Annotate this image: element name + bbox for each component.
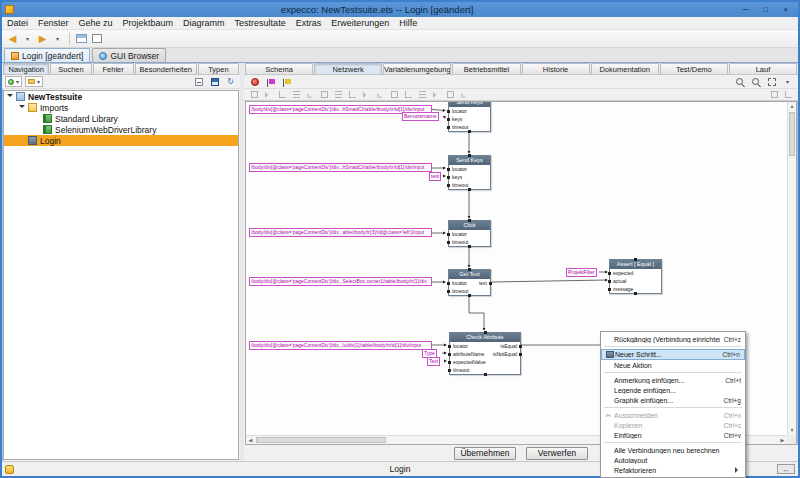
layers-icon[interactable] — [768, 90, 780, 100]
tree-item-newtestsuite[interactable]: NewTestsuite — [4, 91, 238, 102]
tab-navigation[interactable]: Navigation — [3, 63, 49, 74]
block-assert-equal[interactable]: Assert [ Equal ] expected actual message — [609, 259, 662, 294]
menu-gehe-zu[interactable]: Gehe zu — [74, 17, 118, 30]
to-back-icon[interactable] — [444, 90, 456, 100]
xpath-label-4[interactable]: /body/div[@class='pageContentDiv']/div..… — [249, 277, 432, 286]
tab-netzwerk[interactable]: Netzwerk — [314, 63, 382, 74]
expected-value-label[interactable]: ProjektFilter — [566, 268, 597, 277]
connector-tool-icon[interactable] — [262, 90, 274, 100]
pin-timeout[interactable]: timeout — [453, 367, 469, 373]
back-dropdown-icon[interactable]: ▾ — [21, 32, 34, 46]
menu-item-kopieren[interactable]: Kopieren Ctrl+c — [601, 420, 745, 430]
tab-lauf[interactable]: Lauf — [729, 63, 797, 74]
title-bar[interactable]: expecco: NewTestsuite.ets -- Login [geän… — [2, 2, 798, 17]
menu-item-refaktorieren[interactable]: Refaktorieren — [601, 465, 745, 475]
block-send-keys-2[interactable]: Send Keys locator keys timeout — [448, 155, 491, 190]
align-right-icon[interactable] — [318, 90, 330, 100]
distribute-vertical-icon[interactable] — [388, 90, 400, 100]
menu-item-undo[interactable]: Rückgängig (Verbindung einrichten) Ctrl+… — [601, 334, 745, 344]
menu-item-legende-einfuegen[interactable]: Legende einfügen... — [601, 385, 745, 395]
flag-yellow-icon[interactable] — [280, 75, 293, 89]
menu-item-anmerkung-einfuegen[interactable]: Anmerkung einfügen... Ctrl+t — [601, 375, 745, 385]
tab-fehler[interactable]: Fehler — [93, 63, 134, 74]
tab-typen[interactable]: Typen — [198, 63, 239, 74]
minimap-icon[interactable] — [782, 90, 794, 100]
minimize-button[interactable]: ─ — [736, 4, 755, 16]
pin-message[interactable]: message — [613, 286, 633, 292]
tab-besonderheiten[interactable]: Besonderheiten — [135, 63, 197, 74]
tab-variablenumgebung[interactable]: Variablenumgebung — [383, 63, 451, 74]
zoom-fit-icon[interactable] — [765, 75, 778, 89]
resize-grip[interactable]: ↔ — [777, 464, 795, 474]
pin-timeout[interactable]: timeout — [452, 239, 468, 245]
menu-item-neuer-schritt[interactable]: Neuer Schritt... Ctrl+n — [601, 349, 745, 360]
menu-diagramm[interactable]: Diagramm — [178, 17, 230, 30]
pin-actual[interactable]: actual — [613, 278, 626, 284]
pin-locator[interactable]: locator — [452, 166, 467, 172]
forward-dropdown-icon[interactable]: ▾ — [51, 32, 64, 46]
pin-locator[interactable]: locator — [452, 231, 467, 237]
align-middle-icon[interactable] — [346, 90, 358, 100]
tree-item-standard-library[interactable]: Standard Library — [4, 113, 238, 124]
expand-all-icon[interactable] — [192, 75, 205, 89]
expander-icon[interactable] — [19, 103, 28, 112]
pin-keys[interactable]: keys — [452, 116, 462, 122]
horizontal-scroll-thumb[interactable] — [256, 437, 386, 443]
grid-snap-icon[interactable] — [416, 90, 428, 100]
save-icon[interactable] — [208, 75, 221, 89]
tab-dokumentation[interactable]: Dokumentation — [591, 63, 659, 74]
menu-fenster[interactable]: Fenster — [33, 17, 74, 30]
pin-locator[interactable]: locator — [452, 280, 467, 286]
distribute-horizontal-icon[interactable] — [374, 90, 386, 100]
window-list-icon[interactable] — [75, 32, 88, 46]
tab-login[interactable]: Login [geändert] — [4, 48, 90, 62]
xpath-label-2[interactable]: /body/div[@class='pageContentDiv']/div..… — [249, 163, 432, 172]
block-send-keys-1[interactable]: Send Keys locator keys timeout — [448, 101, 491, 132]
tab-historie[interactable]: Historie — [522, 63, 590, 74]
menu-datei[interactable]: Datei — [2, 17, 33, 30]
close-button[interactable]: × — [776, 4, 795, 16]
tree-item-imports[interactable]: Imports — [4, 102, 238, 113]
tree-view-combo[interactable]: ▾ — [25, 76, 43, 87]
tree-filter-combo[interactable]: ▾ — [5, 76, 22, 87]
menu-extras[interactable]: Extras — [291, 17, 327, 30]
connector-ortho-icon[interactable] — [276, 90, 288, 100]
history-forward-icon[interactable]: ▶ — [36, 32, 49, 46]
align-bottom-icon[interactable] — [360, 90, 372, 100]
xpath-label-5[interactable]: /body/div[@class='pageContentDiv']/div..… — [249, 341, 432, 350]
group-icon[interactable] — [458, 90, 470, 100]
scroll-left-icon[interactable]: ◀ — [246, 436, 255, 444]
zoom-out-icon[interactable] — [733, 75, 746, 89]
zoom-in-icon[interactable] — [749, 75, 762, 89]
pin-timeout[interactable]: timeout — [452, 182, 468, 188]
pin-locator[interactable]: locator — [453, 343, 468, 349]
attr-value-label[interactable]: Text — [427, 357, 440, 366]
record-icon[interactable] — [248, 75, 261, 89]
block-check-attribute[interactable]: Check Attribute locator isEqual attribut… — [449, 332, 521, 375]
pin-isequal-out[interactable]: isEqual — [501, 343, 517, 349]
discard-button[interactable]: Verwerfen — [526, 447, 588, 460]
tree-item-selenium-library[interactable]: SeleniumWebDriverLibrary — [4, 124, 238, 135]
tree-item-login[interactable]: Login — [4, 135, 238, 146]
tab-suchen[interactable]: Suchen — [50, 63, 91, 74]
same-size-icon[interactable] — [402, 90, 414, 100]
tab-betriebsmittel[interactable]: Betriebsmittel — [452, 63, 520, 74]
project-overview-icon[interactable] — [90, 32, 103, 46]
pin-text-out[interactable]: text — [479, 280, 487, 286]
pointer-tool-icon[interactable] — [248, 90, 260, 100]
pin-locator[interactable]: locator — [452, 108, 467, 114]
pin-expected[interactable]: expected — [613, 270, 633, 276]
vertical-scroll-thumb[interactable] — [789, 112, 795, 156]
apply-button[interactable]: Übernehmen — [454, 447, 516, 460]
scroll-down-icon[interactable]: ▼ — [788, 426, 796, 435]
canvas-vertical-scrollbar[interactable]: ▲ ▼ — [787, 102, 796, 435]
pin-isnotequal-out[interactable]: isNotEqual — [493, 351, 517, 357]
flag-magenta-icon[interactable] — [264, 75, 277, 89]
value-label-benutzername[interactable]: Benutzername — [402, 112, 439, 121]
expander-icon[interactable] — [7, 92, 16, 101]
menu-testresultate[interactable]: Testresultate — [230, 17, 291, 30]
menu-erweiterungen[interactable]: Erweiterungen — [326, 17, 394, 30]
tab-schema[interactable]: Schema — [245, 63, 313, 74]
to-front-icon[interactable] — [430, 90, 442, 100]
pin-keys[interactable]: keys — [452, 174, 462, 180]
